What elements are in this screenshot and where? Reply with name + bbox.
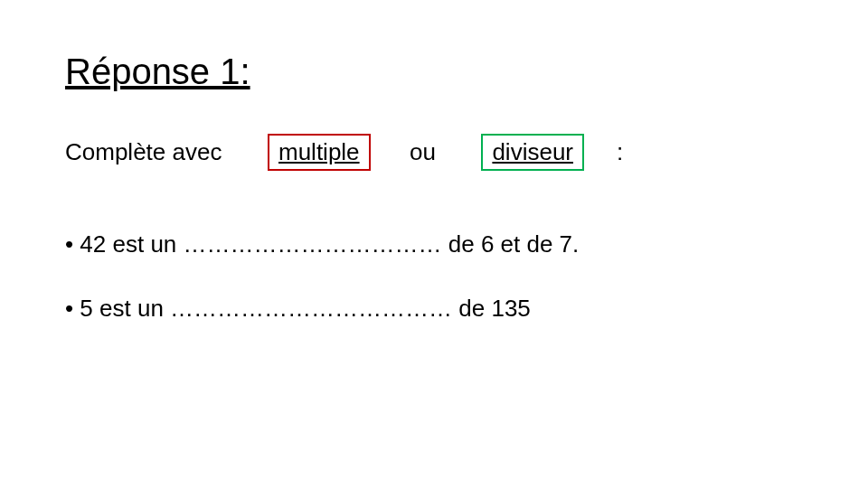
instruction-suffix: : (584, 138, 623, 166)
word-diviseur-box: diviseur (481, 134, 584, 171)
instruction-row: Complète avec multiple ou diviseur : (65, 134, 623, 171)
heading: Réponse 1: (65, 52, 250, 92)
word-multiple-box: multiple (268, 134, 371, 171)
bullet-line-2: • 5 est un ……………………………… de 135 (65, 295, 531, 323)
instruction-prefix: Complète avec (65, 138, 268, 166)
instruction-or: ou (371, 138, 482, 166)
bullet-line-1: • 42 est un …………………………… de 6 et de 7. (65, 230, 579, 258)
